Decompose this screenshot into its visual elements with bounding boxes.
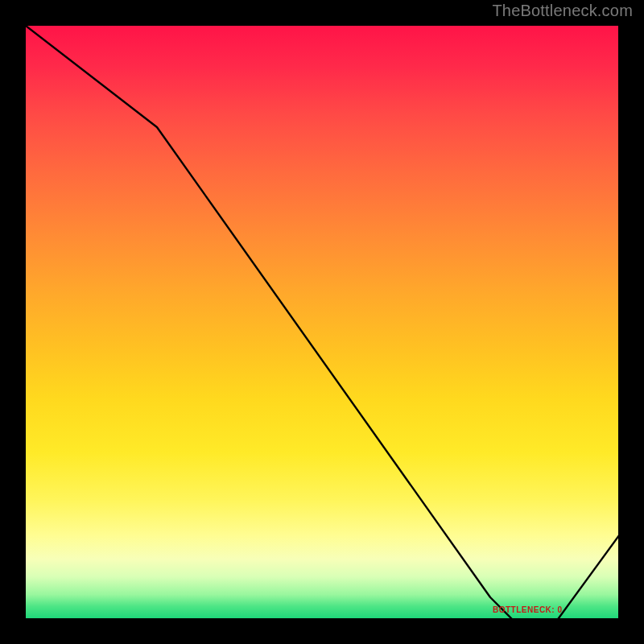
bottleneck-zero-label: BOTTLENECK: 0 xyxy=(493,605,563,614)
bottleneck-curve xyxy=(26,26,621,621)
chart-plot-area: BOTTLENECK: 0 xyxy=(24,24,620,620)
curve-path xyxy=(26,26,621,621)
watermark-text: TheBottleneck.com xyxy=(492,2,633,20)
